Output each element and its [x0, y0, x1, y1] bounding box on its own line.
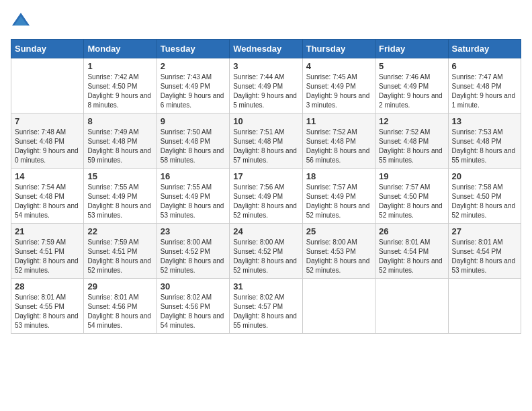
day-number: 22: [87, 226, 152, 236]
logo-icon: [11, 11, 31, 31]
day-number: 20: [452, 171, 517, 181]
day-info: Sunrise: 8:02 AMSunset: 4:56 PMDaylight:…: [161, 293, 226, 330]
calendar-week-3: 21Sunrise: 7:59 AMSunset: 4:51 PMDayligh…: [11, 224, 521, 279]
calendar-cell: 15Sunrise: 7:55 AMSunset: 4:49 PMDayligh…: [84, 169, 157, 224]
calendar-week-4: 28Sunrise: 8:01 AMSunset: 4:55 PMDayligh…: [11, 279, 521, 334]
calendar-cell: 13Sunrise: 7:53 AMSunset: 4:48 PMDayligh…: [448, 113, 521, 169]
header-row: SundayMondayTuesdayWednesdayThursdayFrid…: [11, 40, 521, 58]
calendar-cell: 28Sunrise: 8:01 AMSunset: 4:55 PMDayligh…: [11, 279, 84, 334]
header-day-tuesday: Tuesday: [157, 40, 229, 58]
calendar-cell: 25Sunrise: 8:00 AMSunset: 4:53 PMDayligh…: [302, 224, 375, 279]
calendar-cell: 26Sunrise: 8:01 AMSunset: 4:54 PMDayligh…: [375, 224, 448, 279]
calendar-cell: [302, 279, 375, 334]
day-number: 11: [306, 116, 371, 126]
calendar-cell: 21Sunrise: 7:59 AMSunset: 4:51 PMDayligh…: [11, 224, 84, 279]
day-number: 12: [379, 116, 444, 126]
day-info: Sunrise: 7:58 AMSunset: 4:50 PMDaylight:…: [452, 183, 517, 220]
day-number: 13: [452, 116, 517, 126]
calendar-cell: 8Sunrise: 7:49 AMSunset: 4:48 PMDaylight…: [84, 113, 157, 169]
day-info: Sunrise: 7:59 AMSunset: 4:51 PMDaylight:…: [15, 238, 80, 275]
day-info: Sunrise: 7:42 AMSunset: 4:50 PMDaylight:…: [87, 73, 152, 110]
day-info: Sunrise: 7:48 AMSunset: 4:48 PMDaylight:…: [15, 128, 80, 165]
calendar-cell: 14Sunrise: 7:54 AMSunset: 4:48 PMDayligh…: [11, 169, 84, 224]
day-info: Sunrise: 8:00 AMSunset: 4:52 PMDaylight:…: [233, 238, 298, 275]
header-day-monday: Monday: [84, 40, 157, 58]
calendar-cell: 23Sunrise: 8:00 AMSunset: 4:52 PMDayligh…: [157, 224, 229, 279]
day-info: Sunrise: 7:55 AMSunset: 4:49 PMDaylight:…: [161, 183, 226, 220]
calendar-cell: 7Sunrise: 7:48 AMSunset: 4:48 PMDaylight…: [11, 113, 84, 169]
day-number: 31: [233, 281, 298, 291]
day-info: Sunrise: 8:00 AMSunset: 4:52 PMDaylight:…: [161, 238, 226, 275]
calendar-cell: 31Sunrise: 8:02 AMSunset: 4:57 PMDayligh…: [230, 279, 302, 334]
day-info: Sunrise: 8:01 AMSunset: 4:55 PMDaylight:…: [15, 293, 80, 330]
calendar-cell: 22Sunrise: 7:59 AMSunset: 4:51 PMDayligh…: [84, 224, 157, 279]
day-number: 29: [87, 281, 152, 291]
day-info: Sunrise: 7:55 AMSunset: 4:49 PMDaylight:…: [87, 183, 152, 220]
day-number: 6: [452, 61, 517, 71]
day-info: Sunrise: 7:46 AMSunset: 4:49 PMDaylight:…: [379, 73, 444, 110]
calendar-cell: 1Sunrise: 7:42 AMSunset: 4:50 PMDaylight…: [84, 58, 157, 113]
calendar-week-2: 14Sunrise: 7:54 AMSunset: 4:48 PMDayligh…: [11, 169, 521, 224]
day-number: 26: [379, 226, 444, 236]
calendar-cell: 30Sunrise: 8:02 AMSunset: 4:56 PMDayligh…: [157, 279, 229, 334]
calendar-cell: 29Sunrise: 8:01 AMSunset: 4:56 PMDayligh…: [84, 279, 157, 334]
day-info: Sunrise: 7:49 AMSunset: 4:48 PMDaylight:…: [87, 128, 152, 165]
calendar-cell: 18Sunrise: 7:57 AMSunset: 4:49 PMDayligh…: [302, 169, 375, 224]
day-number: 28: [15, 281, 80, 291]
day-number: 1: [87, 61, 152, 71]
day-number: 15: [87, 171, 152, 181]
logo: [11, 11, 34, 31]
page-header: [11, 11, 521, 31]
day-number: 9: [161, 116, 226, 126]
day-number: 16: [161, 171, 226, 181]
day-info: Sunrise: 8:01 AMSunset: 4:54 PMDaylight:…: [379, 238, 444, 275]
day-info: Sunrise: 7:52 AMSunset: 4:48 PMDaylight:…: [306, 128, 371, 165]
calendar-cell: [375, 279, 448, 334]
header-day-sunday: Sunday: [11, 40, 84, 58]
day-number: 25: [306, 226, 371, 236]
day-info: Sunrise: 7:59 AMSunset: 4:51 PMDaylight:…: [87, 238, 152, 275]
day-number: 4: [306, 61, 371, 71]
day-info: Sunrise: 8:01 AMSunset: 4:54 PMDaylight:…: [452, 238, 517, 275]
calendar-cell: 11Sunrise: 7:52 AMSunset: 4:48 PMDayligh…: [302, 113, 375, 169]
day-number: 5: [379, 61, 444, 71]
day-number: 14: [15, 171, 80, 181]
day-info: Sunrise: 7:57 AMSunset: 4:49 PMDaylight:…: [306, 183, 371, 220]
day-number: 3: [233, 61, 298, 71]
day-info: Sunrise: 7:47 AMSunset: 4:48 PMDaylight:…: [452, 73, 517, 110]
calendar-week-0: 1Sunrise: 7:42 AMSunset: 4:50 PMDaylight…: [11, 58, 521, 113]
day-number: 30: [161, 281, 226, 291]
calendar-cell: 4Sunrise: 7:45 AMSunset: 4:49 PMDaylight…: [302, 58, 375, 113]
day-info: Sunrise: 8:02 AMSunset: 4:57 PMDaylight:…: [233, 293, 298, 330]
day-number: 21: [15, 226, 80, 236]
calendar-week-1: 7Sunrise: 7:48 AMSunset: 4:48 PMDaylight…: [11, 113, 521, 169]
calendar-cell: 20Sunrise: 7:58 AMSunset: 4:50 PMDayligh…: [448, 169, 521, 224]
day-info: Sunrise: 7:51 AMSunset: 4:48 PMDaylight:…: [233, 128, 298, 165]
calendar-cell: [11, 58, 84, 113]
day-info: Sunrise: 7:57 AMSunset: 4:50 PMDaylight:…: [379, 183, 444, 220]
calendar-cell: [448, 279, 521, 334]
calendar-cell: 5Sunrise: 7:46 AMSunset: 4:49 PMDaylight…: [375, 58, 448, 113]
calendar-cell: 6Sunrise: 7:47 AMSunset: 4:48 PMDaylight…: [448, 58, 521, 113]
day-number: 8: [87, 116, 152, 126]
day-number: 10: [233, 116, 298, 126]
header-day-wednesday: Wednesday: [230, 40, 302, 58]
day-number: 7: [15, 116, 80, 126]
calendar-cell: 27Sunrise: 8:01 AMSunset: 4:54 PMDayligh…: [448, 224, 521, 279]
day-info: Sunrise: 7:45 AMSunset: 4:49 PMDaylight:…: [306, 73, 371, 110]
day-info: Sunrise: 7:53 AMSunset: 4:48 PMDaylight:…: [452, 128, 517, 165]
day-info: Sunrise: 8:01 AMSunset: 4:56 PMDaylight:…: [87, 293, 152, 330]
calendar-cell: 3Sunrise: 7:44 AMSunset: 4:49 PMDaylight…: [230, 58, 302, 113]
calendar-cell: 10Sunrise: 7:51 AMSunset: 4:48 PMDayligh…: [230, 113, 302, 169]
day-number: 24: [233, 226, 298, 236]
day-number: 18: [306, 171, 371, 181]
day-info: Sunrise: 7:56 AMSunset: 4:49 PMDaylight:…: [233, 183, 298, 220]
day-number: 2: [161, 61, 226, 71]
calendar-cell: 19Sunrise: 7:57 AMSunset: 4:50 PMDayligh…: [375, 169, 448, 224]
day-info: Sunrise: 7:44 AMSunset: 4:49 PMDaylight:…: [233, 73, 298, 110]
calendar-cell: 24Sunrise: 8:00 AMSunset: 4:52 PMDayligh…: [230, 224, 302, 279]
day-number: 17: [233, 171, 298, 181]
calendar-cell: 17Sunrise: 7:56 AMSunset: 4:49 PMDayligh…: [230, 169, 302, 224]
day-number: 19: [379, 171, 444, 181]
day-number: 23: [161, 226, 226, 236]
